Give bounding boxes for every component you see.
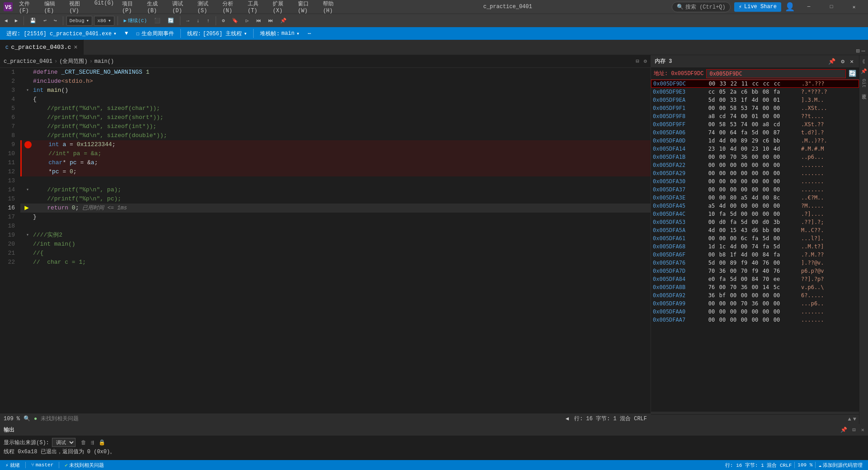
toolbar-undo[interactable]: ↩ xyxy=(41,17,49,24)
tb-btn1[interactable]: ⚙ xyxy=(219,17,228,24)
menu-build[interactable]: 生成(B) xyxy=(143,0,168,15)
close-button[interactable]: ✕ xyxy=(844,0,864,14)
mem-chars-18: M..C??. xyxy=(797,227,824,233)
memory-scroll-down[interactable]: ▼ xyxy=(853,416,856,423)
sidebar-collapse-icon[interactable]: ⟪ xyxy=(860,57,868,65)
restart-button[interactable]: 🔄 xyxy=(165,17,177,24)
menu-file[interactable]: 文件(F) xyxy=(15,0,40,15)
menu-analyze[interactable]: 分析(N) xyxy=(219,0,243,15)
mem-chars-21: .?.M.?? xyxy=(797,252,824,258)
tb-btn5[interactable]: ⏭ xyxy=(265,17,276,24)
scroll-left[interactable]: ◀ xyxy=(566,415,569,422)
status-zoom[interactable]: 109 % xyxy=(796,462,814,469)
sidebar-text[interactable]: Git 更改 xyxy=(860,77,867,92)
thread-item[interactable]: 线程: [2056] 主线程 ▾ xyxy=(184,30,250,38)
memory-hscrollbar[interactable] xyxy=(651,411,859,415)
memory-pin-button[interactable]: 📌 xyxy=(826,57,837,66)
continue-button[interactable]: ▶ 继续(C) xyxy=(121,16,150,25)
menu-view[interactable]: 视图(V) xyxy=(66,0,90,15)
toolbar-forward[interactable]: ▶ xyxy=(12,17,21,24)
tb-btn3[interactable]: ▷ xyxy=(243,17,251,24)
lock-icon[interactable]: 🔒 xyxy=(99,439,105,446)
menu-help[interactable]: 帮助(H) xyxy=(319,0,344,15)
settings-icon[interactable]: ⚙ xyxy=(644,58,647,65)
breadcrumb-scope[interactable]: (全局范围) xyxy=(59,57,87,65)
menu-edit[interactable]: 编辑(E) xyxy=(41,0,65,15)
step-over[interactable]: → xyxy=(184,17,192,24)
code-text: //{ xyxy=(33,249,43,258)
code-text: //printf("%d\n", sizeof(double*)); xyxy=(33,131,167,140)
fold-icon-19[interactable]: ▾ xyxy=(26,231,29,240)
thread-arrow: ▾ xyxy=(244,30,247,37)
search-bar[interactable]: 🔍 搜索 (Ctrl+Q) xyxy=(672,2,731,12)
split-icon[interactable]: ⊟ xyxy=(636,58,639,65)
menu-git[interactable]: Git(G) xyxy=(91,0,118,15)
output-source-select[interactable]: 调试 xyxy=(52,438,75,447)
status-git[interactable]: ⑂ master xyxy=(29,462,56,468)
status-ready[interactable]: ⚡ 就绪 xyxy=(4,462,22,469)
memory-scroll-up[interactable]: ▲ xyxy=(848,416,851,423)
breakpoint-marker[interactable] xyxy=(24,141,32,148)
status-error[interactable]: ✔ 未找到相关问题 xyxy=(63,462,106,469)
person-icon: 👤 xyxy=(785,2,795,12)
wrap-icon[interactable]: ⇶ xyxy=(91,439,94,446)
split-editor-icon[interactable]: ⊞ xyxy=(856,47,859,55)
editor-hscrollbar[interactable] xyxy=(0,409,651,413)
more-icon[interactable]: ⋯ xyxy=(305,30,314,37)
output-close-btn[interactable]: ✕ xyxy=(861,427,864,433)
status-bar: ⚡ 就绪 ⑂ master ✔ 未找到相关问题 行: 16 字节: 1 混合 C… xyxy=(0,460,868,470)
filter-icon[interactable]: ▼ xyxy=(122,30,131,37)
live-share-button[interactable]: ⚡ Live Share xyxy=(734,2,781,12)
step-out[interactable]: ↑ xyxy=(204,17,212,24)
output-split-btn[interactable]: ⊟ xyxy=(853,427,856,433)
tab-close-button[interactable]: × xyxy=(74,44,77,51)
process-item[interactable]: 进程: [21516] c_practice_0401.exe ▾ xyxy=(4,30,119,38)
debug-toolbar: 进程: [21516] c_practice_0401.exe ▾ ▼ ☐ 生命… xyxy=(0,27,868,40)
tb-btn6[interactable]: 📌 xyxy=(278,17,289,24)
menu-debug[interactable]: 调试(D) xyxy=(169,0,193,15)
lifecycle-item[interactable]: ☐ 生命周期事件 xyxy=(133,30,176,38)
toolbar-back[interactable]: ◀ xyxy=(2,17,10,24)
close-editor-icon[interactable]: ⋯ xyxy=(862,47,865,55)
mem-addr-13: 0x005DFA37 xyxy=(653,186,707,193)
toolbar-redo[interactable]: ↪ xyxy=(51,17,60,24)
sidebar-pin-icon[interactable]: 📌 xyxy=(860,67,868,75)
refresh-button[interactable]: 🔄 xyxy=(849,70,856,77)
code-line-16: ▶ return 0; 已用时间 <= 1ms xyxy=(20,204,651,213)
platform-dropdown[interactable]: x86 ▾ xyxy=(94,16,114,26)
code-line-1: #define _CRT_SECURE_NO_WARNINGS 1 xyxy=(20,68,651,77)
menu-extensions[interactable]: 扩展(X) xyxy=(269,0,293,15)
memory-close-button[interactable]: ✕ xyxy=(848,57,855,66)
stop-button[interactable]: ⬛ xyxy=(151,17,163,24)
memory-row-28: 0x005DFAA0 00000000000000 ....... xyxy=(651,308,859,316)
stack-item[interactable]: 堆栈帧: main ▾ xyxy=(257,30,302,38)
menu-test[interactable]: 测试(S) xyxy=(194,0,218,15)
clear-icon[interactable]: 🗑 xyxy=(81,439,86,446)
fold-icon-14[interactable]: ▾ xyxy=(26,185,29,195)
status-position[interactable]: 行: 16 字节: 1 混合 CRLF xyxy=(723,462,793,469)
menu-window[interactable]: 窗口(W) xyxy=(294,0,319,15)
toolbar-save[interactable]: 💾 xyxy=(27,17,39,24)
address-input[interactable] xyxy=(706,69,846,78)
output-pin-btn[interactable]: 📌 xyxy=(840,427,847,433)
maximize-button[interactable]: □ xyxy=(821,0,842,14)
debug-config-dropdown[interactable]: Debug ▾ xyxy=(66,16,93,26)
tb-btn2[interactable]: 🔖 xyxy=(229,17,241,24)
tb-btn4[interactable]: ⏮ xyxy=(253,17,264,24)
minimize-button[interactable]: ─ xyxy=(798,0,819,14)
menu-project[interactable]: 项目(P) xyxy=(118,0,143,15)
mem-bytes-2: 5d00331f4d0001 xyxy=(707,97,797,103)
breadcrumb-function[interactable]: main() xyxy=(94,58,114,65)
memory-settings-button[interactable]: ⚙ xyxy=(839,57,846,66)
thread-label: 线程: xyxy=(187,30,201,38)
tab-file[interactable]: C c_practice_0403.c × xyxy=(0,39,84,55)
step-into[interactable]: ↓ xyxy=(194,17,203,24)
memory-content[interactable]: 0x005DF9DC 00 33 22 11 cc cc cc .3".??? … xyxy=(651,80,859,411)
mem-addr-9: 0x005DFA1B xyxy=(653,154,707,160)
breadcrumb-file[interactable]: c_practice_0401 xyxy=(4,58,52,65)
code-line-15: //printf("%p\n", pc); xyxy=(20,195,651,204)
add-to-source[interactable]: ☁ 添加到源代码管理 xyxy=(816,462,864,469)
code-content[interactable]: 1 2 3 4 5 6 7 8 9 10 11 12 13 14 15 16 1 xyxy=(0,68,651,409)
fold-icon-3[interactable]: ▾ xyxy=(26,86,29,95)
menu-tools[interactable]: 工具(T) xyxy=(244,0,269,15)
